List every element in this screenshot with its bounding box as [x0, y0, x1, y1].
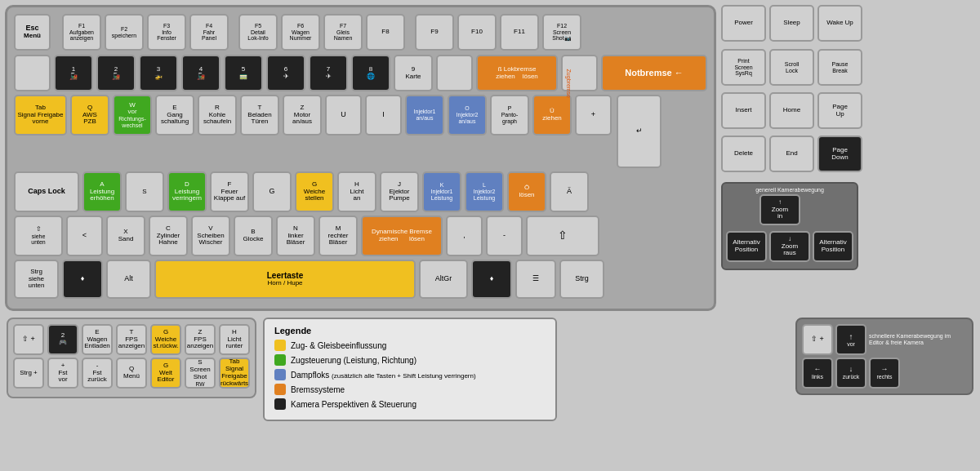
key-b[interactable]: NlinkerBläser — [276, 216, 315, 256]
bot-h[interactable]: HLichtrunter — [219, 324, 250, 355]
bot-shift-left[interactable]: ⇧ + — [13, 324, 44, 355]
key-a[interactable]: ALeistungerhöhen — [82, 171, 122, 212]
bot-arrow-up[interactable]: ↑vor — [835, 324, 866, 355]
key-6[interactable]: 6✈ — [266, 55, 305, 91]
key-weiche[interactable]: GWeichestellen — [295, 171, 334, 212]
key-backtick[interactable] — [14, 55, 51, 91]
bot-strg-left[interactable]: Strg + — [13, 358, 44, 389]
key-f10[interactable]: F10 — [457, 14, 497, 51]
key-delete[interactable]: Delete — [721, 136, 766, 172]
key-3[interactable]: 3🚁 — [139, 55, 178, 91]
bot-plus-fst[interactable]: +Fstvor — [47, 358, 78, 389]
key-f6[interactable]: F6WagenNummer — [281, 14, 320, 51]
key-f9[interactable]: F9 — [415, 14, 454, 51]
key-9[interactable]: 9Karte — [394, 55, 433, 91]
key-ue[interactable]: Üziehen Zugbremse — [532, 95, 572, 136]
key-plus[interactable]: + — [575, 95, 612, 136]
key-7[interactable]: 7✈ — [309, 55, 348, 91]
key-shift-left[interactable]: ⇧sieheunten — [14, 216, 63, 256]
bot-minus-fst[interactable]: -Fstzurück — [82, 358, 113, 389]
key-v[interactable]: BGlocke — [234, 216, 273, 256]
key-f8[interactable]: F8 — [366, 14, 405, 51]
key-menu[interactable]: ☰ — [515, 260, 556, 299]
key-d[interactable]: DLeistungverringern — [167, 171, 207, 212]
key-0[interactable] — [436, 55, 473, 91]
key-f5[interactable]: F5DetailLok-Info — [238, 14, 278, 51]
key-down[interactable]: ↓Zoomraus — [769, 231, 810, 262]
key-f11[interactable]: F11 — [500, 14, 539, 51]
key-zoom-alt-left[interactable]: AlternativPosition — [726, 231, 767, 262]
key-altgr[interactable]: AltGr — [419, 260, 468, 299]
bot-q-menu[interactable]: QMenü — [116, 358, 147, 389]
key-5[interactable]: 5🚃 — [224, 55, 263, 91]
key-z[interactable]: ZMotoran/aus — [283, 95, 322, 136]
key-space[interactable]: LeertasteHorn / Hupe — [154, 260, 416, 299]
key-pause[interactable]: PauseBreak — [817, 49, 862, 86]
key-injektor1[interactable]: Injektor1an/aus — [405, 95, 444, 136]
bot-e[interactable]: EWagenEntladen — [82, 324, 113, 355]
key-dyn-bremse[interactable]: Dynamische Bremseziehen lösen — [361, 216, 443, 256]
key-end[interactable]: End — [769, 136, 814, 172]
key-pageup[interactable]: PageUp — [817, 92, 862, 129]
key-f12[interactable]: F12ScreenShot📷 — [542, 14, 581, 51]
key-t[interactable]: TBeladenTüren — [240, 95, 279, 136]
key-power[interactable]: Power — [721, 5, 766, 42]
bot-shift-plus[interactable]: ⇧ + — [802, 324, 833, 355]
key-tab[interactable]: TabSignal Freigabevorne — [14, 95, 67, 136]
key-f4[interactable]: F4FahrPanel — [189, 14, 229, 51]
bot-arrow-down[interactable]: ↓zurück — [835, 358, 866, 389]
key-x[interactable]: CZylinderHahne — [149, 216, 188, 256]
key-shift-right[interactable]: ⇧ — [526, 216, 599, 256]
key-2[interactable]: 2🚂 — [96, 55, 136, 91]
key-pagedown[interactable]: PageDown — [817, 136, 862, 172]
key-enter[interactable]: ↵ — [617, 95, 662, 168]
bot-g[interactable]: GWeichest.rückw. — [150, 324, 181, 355]
key-win-right[interactable]: ♦ — [471, 260, 512, 299]
key-comma[interactable]: , — [446, 216, 483, 256]
key-injektor2[interactable]: OInjektor2an/aus — [448, 95, 487, 136]
key-f1[interactable]: F1Aufgabenanzeigen — [62, 14, 101, 51]
key-s[interactable]: S — [125, 171, 164, 212]
key-alt-left[interactable]: Alt — [106, 260, 151, 299]
key-f2[interactable]: F2speichern — [105, 14, 144, 51]
key-insert[interactable]: Insert — [721, 92, 766, 129]
key-zoom-alt-right[interactable]: AlternativPosition — [813, 231, 853, 262]
key-capslock[interactable]: Caps Lock — [14, 171, 79, 212]
bot-s-screen[interactable]: SScreenShotRW — [185, 358, 216, 389]
key-p[interactable]: PPanto-graph — [490, 95, 529, 136]
key-n[interactable]: MrechterBläser — [318, 216, 358, 256]
key-1[interactable]: 1🚂 — [54, 55, 93, 91]
key-wakeup[interactable]: Wake Up — [817, 5, 862, 42]
key-4[interactable]: 4🚂 — [181, 55, 220, 91]
key-c[interactable]: VScheibenWischer — [191, 216, 230, 256]
bot-t[interactable]: TFPSanzeigen — [116, 324, 147, 355]
key-f3[interactable]: F3InfoFenster — [147, 14, 186, 51]
key-r[interactable]: RKohleschaufeln — [198, 95, 237, 136]
key-strg-right[interactable]: Strg — [559, 260, 604, 299]
key-u[interactable]: U — [325, 95, 362, 136]
key-q[interactable]: QAWSPZB — [70, 95, 109, 136]
key-scrolllock[interactable]: ScrollLock — [769, 49, 814, 86]
key-8[interactable]: 8🌐 — [351, 55, 390, 91]
bot-arrow-left[interactable]: ←links — [802, 358, 833, 389]
key-win-left[interactable]: ♦ — [62, 260, 103, 299]
key-w[interactable]: WvorRichtungs-wechsel — [113, 95, 152, 136]
key-printscreen[interactable]: PrintScreenSysRq — [721, 49, 766, 86]
bot-g-welt[interactable]: GWeltEditor — [150, 358, 181, 389]
key-ss[interactable]: ß Lokbremseziehen lösen — [476, 55, 558, 91]
key-j[interactable]: JEjektorPumpe — [380, 171, 419, 212]
key-esc[interactable]: EscMenü — [14, 14, 51, 51]
bot-2[interactable]: 2🎮 — [47, 324, 78, 355]
key-ae[interactable]: Ä — [550, 171, 589, 212]
bot-arrow-right[interactable]: →rechts — [869, 358, 900, 389]
bot-tab[interactable]: TabSignal Freigaberückwärts — [219, 358, 250, 389]
key-less[interactable]: < — [66, 216, 103, 256]
key-dot[interactable]: - — [486, 216, 523, 256]
key-i[interactable]: I — [365, 95, 402, 136]
key-up[interactable]: ↑Zoomin — [760, 194, 800, 225]
key-notbremse[interactable]: Notbremse ← — [601, 55, 707, 91]
key-strg-left[interactable]: Strgsieheunten — [14, 260, 59, 299]
key-l[interactable]: LInjektor2Leistung — [465, 171, 504, 212]
key-k[interactable]: KInjektor1Leistung — [422, 171, 461, 212]
key-f[interactable]: FFeuerKlappe auf — [210, 171, 249, 212]
